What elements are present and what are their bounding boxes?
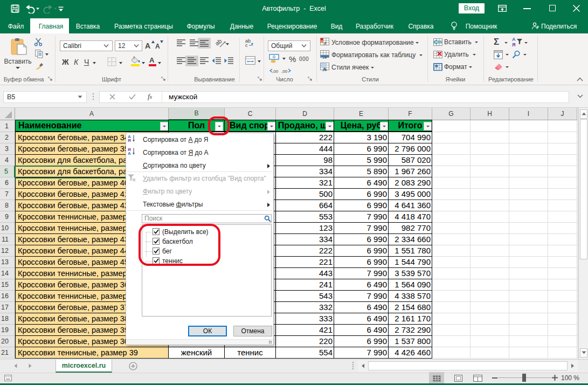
svg-text:Я: Я bbox=[128, 138, 131, 142]
svg-text:А: А bbox=[128, 151, 131, 155]
svg-text:,00: ,00 bbox=[272, 69, 279, 74]
svg-text:,00: ,00 bbox=[281, 69, 288, 74]
svg-text:≠: ≠ bbox=[324, 40, 327, 46]
svg-text:c: c bbox=[245, 43, 248, 48]
